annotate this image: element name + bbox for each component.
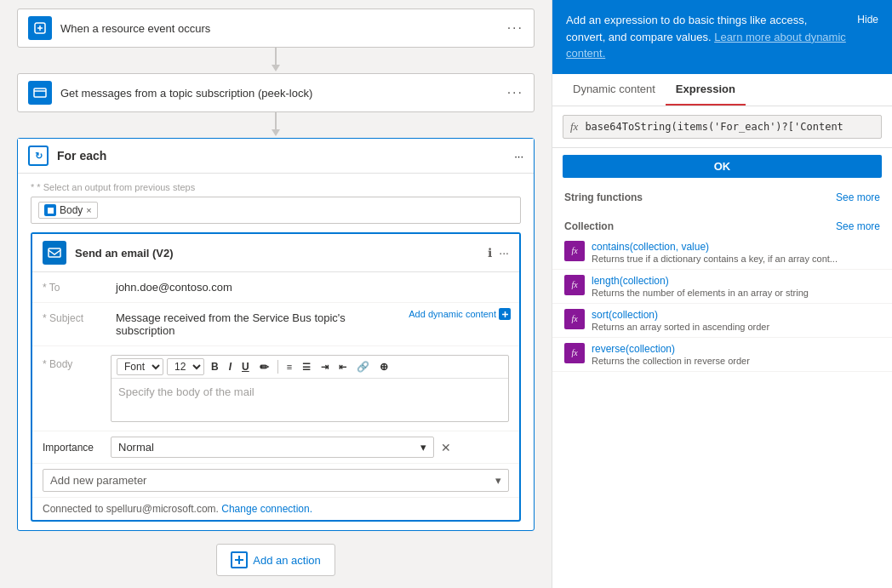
svg-rect-7 (49, 248, 60, 257)
step2-icon (28, 81, 52, 105)
foreach-more[interactable]: ··· (514, 150, 523, 163)
foreach-container: ↻ For each ··· * * Select an output from… (17, 138, 535, 531)
string-see-more[interactable]: See more (836, 191, 880, 203)
func-desc-length: Returns the number of elements in an arr… (592, 288, 847, 298)
right-info-box: Add an expression to do basic things lik… (552, 0, 892, 74)
func-reverse[interactable]: fx reverse(collection) Returns the colle… (552, 338, 892, 372)
connection-row: Connected to spelluru@microsoft.com. Cha… (32, 498, 519, 520)
func-desc-contains: Returns true if a dictionary contains a … (592, 254, 847, 264)
tab-dynamic[interactable]: Dynamic content (563, 74, 666, 106)
underline-btn[interactable]: U (238, 359, 253, 374)
func-details-contains: contains(collection, value) Returns true… (592, 241, 880, 264)
arrow1 (17, 48, 535, 73)
tab-expression[interactable]: Expression (666, 74, 746, 106)
add-action-icon (231, 551, 248, 568)
body-content-area[interactable]: Specify the body of the mail (112, 379, 508, 421)
hide-btn[interactable]: Hide (857, 12, 878, 27)
step2-title: Get messages from a topic subscription (… (60, 87, 507, 100)
step1-more[interactable]: ··· (507, 20, 523, 36)
highlight-btn[interactable]: ✏ (256, 359, 272, 375)
email-body: * To john.doe@contoso.com * Subject Mess… (32, 272, 519, 520)
body-tag-close[interactable]: × (86, 205, 91, 215)
add-param-select[interactable]: Add new parameter ▾ (43, 469, 509, 492)
importance-close-btn[interactable]: ✕ (441, 441, 451, 454)
step1-title: When a resource event occurs (60, 22, 507, 35)
importance-label: Importance (43, 442, 111, 454)
bold-btn[interactable]: B (208, 359, 222, 374)
to-row: * To john.doe@contoso.com (32, 272, 519, 303)
email-header-icons: ℹ ··· (488, 246, 509, 260)
fx-badge: fx (570, 120, 578, 134)
font-select[interactable]: Font (117, 358, 163, 375)
func-details-length: length(collection) Returns the number of… (592, 275, 880, 298)
importance-select[interactable]: Normal ▾ (111, 437, 434, 458)
importance-row: Importance Normal ▾ ✕ (32, 431, 519, 464)
arrow2 (17, 112, 535, 138)
left-panel: When a resource event occurs ··· Get mes… (0, 0, 552, 588)
body-tag-icon (44, 204, 56, 216)
outdent-btn[interactable]: ⇤ (335, 360, 350, 374)
func-name-length[interactable]: length(collection) (592, 275, 880, 287)
output-input-box[interactable]: Body × (31, 197, 521, 224)
expression-input[interactable]: base64ToString(items('For_each')?['Conte… (585, 121, 874, 133)
body-tag[interactable]: Body × (38, 202, 98, 219)
step2-more[interactable]: ··· (507, 85, 523, 100)
func-fx-icon-contains: fx (564, 241, 585, 261)
func-name-reverse[interactable]: reverse(collection) (592, 343, 880, 355)
add-param-chevron: ▾ (495, 474, 501, 487)
foreach-title: For each (57, 149, 514, 163)
func-details-reverse: reverse(collection) Returns the collecti… (592, 343, 880, 366)
right-info-text: Add an expression to do basic things lik… (566, 12, 849, 62)
indent-btn[interactable]: ⇥ (317, 360, 332, 374)
string-functions-header: String functions See more (552, 185, 892, 207)
collection-header: Collection See more (552, 214, 892, 236)
right-panel: Add an expression to do basic things lik… (552, 0, 892, 588)
foreach-icon: ↻ (28, 146, 49, 166)
collection-see-more[interactable]: See more (836, 220, 880, 232)
func-name-sort[interactable]: sort(collection) (592, 309, 880, 321)
add-action-container: Add an action (17, 544, 535, 576)
right-tabs: Dynamic content Expression (552, 74, 892, 106)
email-header: Send an email (V2) ℹ ··· (32, 234, 519, 272)
email-block: Send an email (V2) ℹ ··· * To john.doe@c… (31, 232, 521, 522)
step1-icon (28, 16, 52, 40)
func-fx-icon-length: fx (564, 275, 585, 295)
foreach-header: ↻ For each ··· (18, 139, 534, 174)
ul-btn[interactable]: ☰ (299, 360, 314, 374)
svg-marker-2 (272, 65, 280, 71)
collection-title: Collection (564, 220, 614, 232)
to-value[interactable]: john.doe@contoso.com (111, 277, 509, 297)
string-functions-title: String functions (564, 191, 643, 203)
add-param-row: Add new parameter ▾ (32, 464, 519, 498)
ok-button[interactable]: OK (563, 155, 882, 178)
func-length[interactable]: fx length(collection) Returns the number… (552, 270, 892, 304)
func-name-contains[interactable]: contains(collection, value) (592, 241, 880, 253)
email-more-icon[interactable]: ··· (499, 246, 509, 260)
email-icon (43, 241, 66, 265)
email-info-icon[interactable]: ℹ (488, 246, 492, 260)
step2-block: Get messages from a topic subscription (… (17, 73, 535, 112)
to-label: * To (43, 277, 111, 294)
expression-input-row: fx base64ToString(items('For_each')?['Co… (563, 115, 882, 139)
add-dynamic-link[interactable]: Add dynamic content (409, 308, 511, 320)
importance-chevron: ▾ (420, 441, 426, 454)
size-select[interactable]: 12 (167, 358, 204, 375)
link-btn[interactable]: 🔗 (353, 359, 373, 374)
add-param-label: Add new parameter (50, 474, 146, 487)
add-dynamic-text: Add dynamic content (409, 309, 496, 319)
change-connection-link[interactable]: Change connection. (221, 503, 312, 515)
func-sort[interactable]: fx sort(collection) Returns an array sor… (552, 304, 892, 338)
ol-btn[interactable]: ≡ (283, 360, 295, 374)
svg-rect-6 (48, 208, 54, 214)
add-action-btn[interactable]: Add an action (216, 544, 335, 576)
functions-list: String functions See more Collection See… (552, 185, 892, 589)
subject-row: * Subject Message received from the Serv… (32, 303, 519, 346)
importance-value: Normal (118, 441, 154, 454)
body-label: * Body (43, 351, 111, 370)
func-fx-icon-sort: fx (564, 309, 585, 329)
italic-btn[interactable]: I (226, 359, 235, 374)
func-desc-sort: Returns an array sorted in ascending ord… (592, 322, 847, 332)
body-editor-wrapper: Font 12 B I U ✏ (111, 351, 509, 425)
formula-btn[interactable]: ⊕ (376, 359, 392, 374)
func-contains[interactable]: fx contains(collection, value) Returns t… (552, 236, 892, 270)
